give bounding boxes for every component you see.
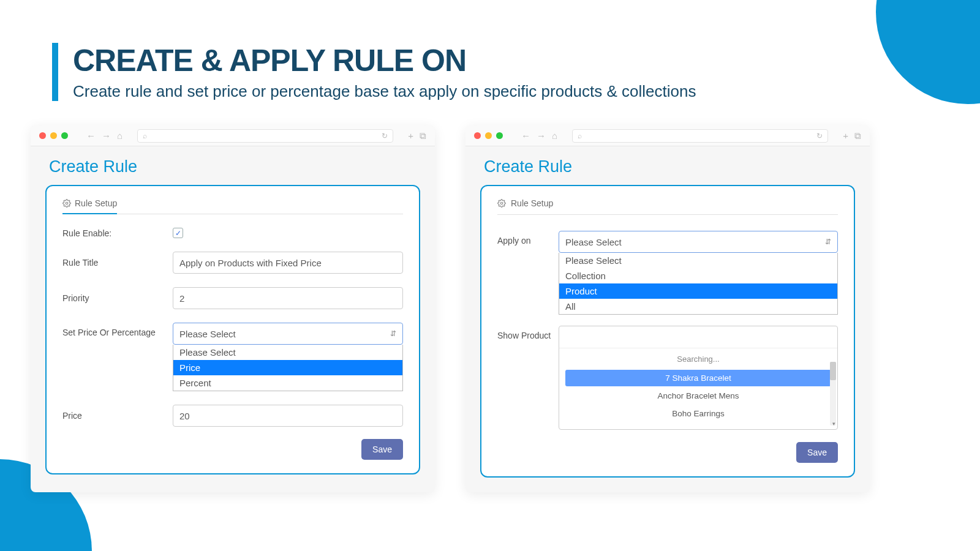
page-title: CREATE & APPLY RULE ON	[73, 43, 696, 78]
label-set-price: Set Price Or Percentage	[62, 323, 173, 337]
rule-panel: Rule Setup Rule Enable: ✓ Rule Title App…	[45, 185, 420, 474]
apply-on-select-value: Please Select	[565, 237, 622, 247]
row-set-price: Set Price Or Percentage Please Select ⇵ …	[62, 323, 403, 391]
product-item[interactable]: Boho Earrings	[565, 405, 831, 422]
panel-heading: Create Rule	[484, 157, 855, 176]
search-icon: ⌕	[578, 132, 582, 140]
save-button[interactable]: Save	[796, 442, 838, 463]
url-bar[interactable]: ⌕ ↻	[137, 129, 393, 143]
product-search: Searching... 7 Shakra Bracelet Anchor Br…	[559, 326, 838, 430]
save-button[interactable]: Save	[361, 439, 403, 460]
rule-panel: Rule Setup Apply on Please Select ⇵ Plea…	[480, 185, 855, 478]
checkmark-icon: ✓	[175, 229, 181, 238]
back-icon[interactable]: ←	[521, 130, 530, 141]
product-item[interactable]: Anchor Bracelet Mens	[565, 388, 831, 404]
minimize-icon[interactable]	[485, 132, 492, 139]
rule-enable-checkbox[interactable]: ✓	[173, 228, 183, 238]
dropdown-option-all[interactable]: All	[559, 299, 837, 314]
chevron-down-icon: ▾	[832, 421, 835, 427]
browser-window-left: ← → ⌂ ⌕ ↻ + ⧉ Create Rule	[31, 126, 435, 492]
new-tab-icon[interactable]: +	[408, 130, 413, 141]
url-bar[interactable]: ⌕ ↻	[572, 129, 828, 143]
decorative-blob-top	[876, 0, 980, 104]
maximize-icon[interactable]	[61, 132, 68, 139]
gear-icon	[62, 199, 71, 208]
copy-icon[interactable]: ⧉	[420, 130, 426, 141]
section-header: Rule Setup	[497, 198, 838, 215]
search-icon: ⌕	[143, 132, 147, 140]
price-input[interactable]: 20	[173, 405, 403, 427]
product-search-input[interactable]	[559, 326, 837, 348]
dropdown-option-please-select[interactable]: Please Select	[173, 345, 402, 360]
apply-on-dropdown: Please Select Collection Product All	[559, 253, 838, 315]
back-icon[interactable]: ←	[86, 130, 96, 141]
titlebar-actions: + ⧉	[408, 130, 426, 141]
browser-window-right: ← → ⌂ ⌕ ↻ + ⧉ Create Rule Rule Setup	[466, 126, 870, 492]
section-label-text: Rule Setup	[75, 198, 117, 208]
row-apply-on: Apply on Please Select ⇵ Please Select C…	[497, 231, 838, 315]
close-icon[interactable]	[39, 132, 46, 139]
copy-icon[interactable]: ⧉	[854, 130, 861, 141]
window-controls	[474, 132, 503, 139]
home-icon[interactable]: ⌂	[117, 130, 123, 141]
section-header: Rule Setup	[62, 198, 403, 214]
scrollbar-thumb[interactable]	[830, 362, 836, 380]
window-controls	[39, 132, 68, 139]
new-tab-icon[interactable]: +	[843, 130, 848, 141]
refresh-icon[interactable]: ↻	[816, 132, 823, 140]
svg-point-0	[66, 202, 68, 204]
price-value: 20	[179, 411, 190, 421]
page-subtitle: Create rule and set price or percentage …	[73, 82, 696, 101]
row-rule-title: Rule Title Apply on Products with Fixed …	[62, 252, 403, 274]
product-item[interactable]: 7 Shakra Bracelet	[565, 370, 831, 386]
set-price-dropdown: Please Select Price Percent	[173, 345, 403, 391]
row-rule-enable: Rule Enable: ✓	[62, 228, 403, 238]
rule-title-input[interactable]: Apply on Products with Fixed Price	[173, 252, 403, 274]
product-list: Searching... 7 Shakra Bracelet Anchor Br…	[559, 348, 837, 429]
forward-icon[interactable]: →	[102, 130, 111, 141]
searching-text: Searching...	[559, 352, 837, 369]
label-apply-on: Apply on	[497, 231, 559, 246]
dropdown-option-please-select[interactable]: Please Select	[559, 253, 837, 268]
page-header: CREATE & APPLY RULE ON Create rule and s…	[52, 43, 696, 101]
label-show-product: Show Product	[497, 326, 559, 340]
chevron-updown-icon: ⇵	[825, 238, 831, 246]
scrollbar[interactable]: ▾	[830, 362, 836, 425]
priority-input[interactable]: 2	[173, 287, 403, 309]
browser-nav: ← → ⌂	[86, 130, 123, 141]
panel-heading: Create Rule	[49, 157, 420, 176]
titlebar-actions: + ⧉	[843, 130, 861, 141]
label-price: Price	[62, 411, 173, 421]
label-rule-enable: Rule Enable:	[62, 228, 173, 238]
row-price: Price 20	[62, 405, 403, 427]
row-show-product: Show Product Searching... 7 Shakra Brace…	[497, 326, 838, 430]
chevron-updown-icon: ⇵	[390, 330, 396, 337]
dropdown-option-product[interactable]: Product	[559, 283, 837, 299]
set-price-select-value: Please Select	[179, 329, 236, 339]
svg-point-1	[500, 202, 503, 204]
gear-icon	[497, 199, 506, 208]
browser-nav: ← → ⌂	[521, 130, 557, 141]
apply-on-select[interactable]: Please Select ⇵	[559, 231, 838, 253]
browser-titlebar: ← → ⌂ ⌕ ↻ + ⧉	[31, 126, 435, 146]
set-price-select[interactable]: Please Select ⇵	[173, 323, 403, 345]
rule-title-value: Apply on Products with Fixed Price	[179, 258, 322, 268]
refresh-icon[interactable]: ↻	[382, 132, 388, 140]
home-icon[interactable]: ⌂	[552, 130, 557, 141]
dropdown-option-price[interactable]: Price	[173, 360, 402, 375]
label-priority: Priority	[62, 293, 173, 303]
row-priority: Priority 2	[62, 287, 403, 309]
priority-value: 2	[179, 293, 184, 304]
section-label-text: Rule Setup	[511, 198, 553, 208]
dropdown-option-collection[interactable]: Collection	[559, 268, 837, 283]
label-rule-title: Rule Title	[62, 258, 173, 268]
close-icon[interactable]	[474, 132, 481, 139]
minimize-icon[interactable]	[50, 132, 57, 139]
forward-icon[interactable]: →	[537, 130, 546, 141]
dropdown-option-percent[interactable]: Percent	[173, 375, 402, 391]
maximize-icon[interactable]	[496, 132, 503, 139]
browser-titlebar: ← → ⌂ ⌕ ↻ + ⧉	[466, 126, 870, 146]
